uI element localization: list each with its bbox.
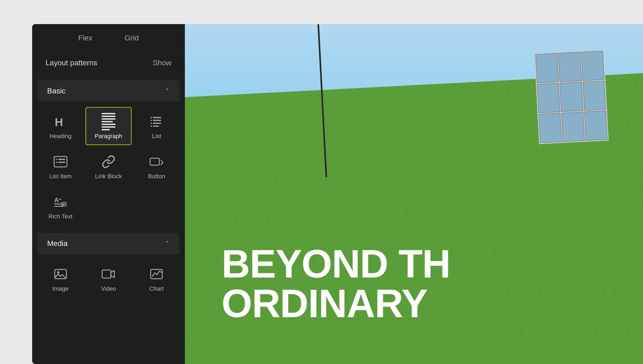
- video-item[interactable]: Video: [85, 260, 131, 298]
- basic-section: Basic ⌃ H Heading: [32, 75, 185, 231]
- paragraph-icon: [100, 114, 117, 129]
- window-pane: [537, 83, 560, 113]
- media-section: Media ⌃ Image: [32, 231, 185, 303]
- media-section-chevron-icon: ⌃: [165, 240, 170, 247]
- basic-items-grid: H Heading: [38, 107, 180, 225]
- layout-patterns-row: Layout patterns Show: [32, 51, 185, 75]
- svg-point-21: [57, 271, 59, 274]
- basic-section-title: Basic: [47, 87, 65, 95]
- link-block-icon: [100, 154, 117, 169]
- svg-rect-4: [153, 120, 161, 121]
- list-label: List: [152, 133, 161, 140]
- basic-section-chevron-icon: ⌃: [165, 87, 170, 95]
- window-pane: [536, 53, 559, 83]
- image-label: Image: [52, 285, 69, 292]
- window-group: [534, 50, 608, 144]
- svg-text:+: +: [59, 196, 61, 202]
- window-pane: [539, 113, 562, 143]
- svg-rect-1: [151, 117, 152, 118]
- window-pane: [562, 112, 585, 142]
- rich-text-item[interactable]: A + Rich Text: [38, 187, 83, 225]
- rich-text-label: Rich Text: [48, 213, 73, 220]
- window-pane: [581, 51, 604, 81]
- image-item[interactable]: Image: [38, 260, 83, 298]
- layout-patterns-label: Layout patterns: [46, 59, 97, 67]
- heading-icon: H: [52, 114, 69, 129]
- svg-rect-11: [58, 159, 65, 160]
- link-block-item[interactable]: Link Block: [85, 147, 131, 185]
- hero-text-container: BEYOND TH ORDINARY: [222, 244, 634, 323]
- list-item-icon: [52, 154, 69, 169]
- canvas-image: BEYOND TH ORDINARY: [185, 24, 643, 364]
- svg-rect-3: [151, 120, 152, 121]
- button-item[interactable]: Button: [134, 147, 180, 185]
- list-item-item[interactable]: List Item: [38, 147, 83, 185]
- media-items-grid: Image Video: [32, 254, 185, 303]
- left-panel: Flex Grid Layout patterns Show Basic ⌃: [32, 24, 185, 364]
- panel-tabs: Flex Grid: [32, 24, 185, 51]
- chart-item[interactable]: Chart: [134, 260, 180, 298]
- tab-flex[interactable]: Flex: [78, 32, 92, 44]
- link-block-label: Link Block: [95, 173, 122, 180]
- basic-section-content: H Heading: [32, 102, 185, 231]
- window-pane: [584, 111, 608, 141]
- svg-rect-13: [58, 162, 65, 163]
- list-icon: [148, 114, 165, 129]
- heading-label: Heading: [50, 133, 72, 140]
- svg-rect-22: [102, 270, 111, 278]
- layout-patterns-show-button[interactable]: Show: [153, 59, 171, 67]
- svg-rect-5: [151, 123, 152, 124]
- heading-item[interactable]: H Heading: [38, 107, 83, 145]
- svg-rect-6: [153, 123, 161, 124]
- list-item-block[interactable]: List: [134, 107, 180, 145]
- svg-rect-10: [56, 159, 57, 160]
- hero-line1: BEYOND TH: [222, 244, 634, 284]
- svg-rect-2: [153, 117, 161, 118]
- canvas-panel: BEYOND TH ORDINARY: [185, 24, 643, 364]
- tab-grid[interactable]: Grid: [125, 32, 139, 44]
- svg-rect-7: [151, 126, 152, 127]
- media-section-header[interactable]: Media ⌃: [38, 233, 180, 254]
- hero-line2: ORDINARY: [222, 284, 634, 323]
- chart-icon: [148, 267, 165, 282]
- svg-rect-14: [150, 158, 159, 165]
- window-pane: [558, 52, 582, 82]
- paragraph-label: Paragraph: [95, 133, 122, 140]
- svg-text:H: H: [55, 116, 63, 128]
- video-icon: [100, 267, 117, 282]
- svg-rect-12: [56, 162, 57, 163]
- button-label: Button: [148, 173, 165, 180]
- video-label: Video: [101, 285, 116, 292]
- image-icon: [52, 267, 69, 282]
- svg-rect-8: [153, 126, 159, 127]
- media-section-title: Media: [47, 239, 68, 248]
- window-pane: [560, 82, 583, 112]
- list-item-label: List Item: [49, 173, 72, 180]
- svg-text:A: A: [54, 196, 59, 204]
- basic-section-header[interactable]: Basic ⌃: [38, 80, 180, 102]
- rich-text-icon: A +: [52, 194, 69, 209]
- button-icon: [148, 154, 165, 169]
- chart-label: Chart: [149, 285, 164, 292]
- window-pane: [583, 81, 606, 111]
- paragraph-item[interactable]: Paragraph: [85, 107, 131, 145]
